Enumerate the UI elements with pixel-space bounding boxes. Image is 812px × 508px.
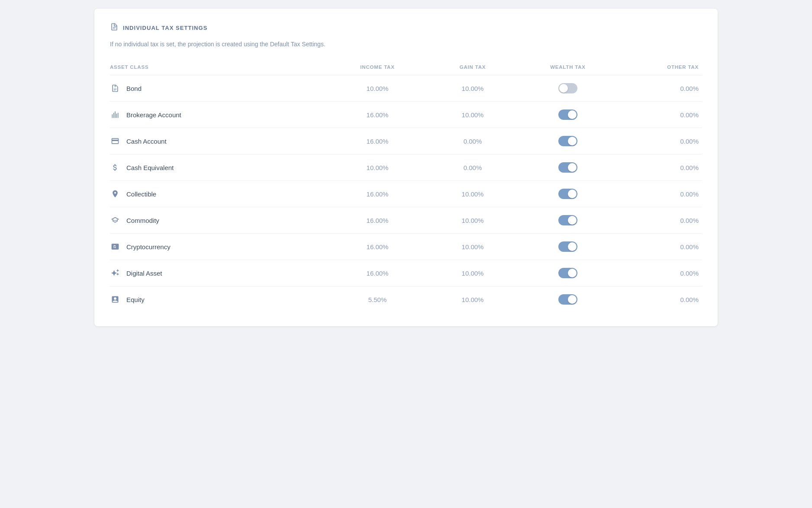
wealth-tax-cell	[520, 294, 615, 305]
income-tax-value: 5.50%	[330, 296, 425, 303]
toggle-slider	[558, 109, 577, 120]
wealth-tax-toggle[interactable]	[558, 109, 577, 120]
asset-icon-crypto	[110, 242, 120, 251]
asset-name: Digital Asset	[126, 270, 162, 277]
asset-name: Collectible	[126, 190, 156, 198]
other-tax-value: 0.00%	[615, 190, 702, 198]
income-tax-value: 16.00%	[330, 138, 425, 145]
table-row: Cryptocurrency 16.00% 10.00% 0.00%	[110, 234, 702, 260]
col-gain-tax: GAIN TAX	[425, 64, 520, 70]
wealth-tax-toggle[interactable]	[558, 136, 577, 146]
toggle-slider	[558, 215, 577, 225]
income-tax-value: 16.00%	[330, 270, 425, 277]
table-row: Cash Equivalent 10.00% 0.00% 0.00%	[110, 154, 702, 181]
wealth-tax-cell	[520, 189, 615, 199]
income-tax-value: 10.00%	[330, 85, 425, 92]
toggle-slider	[558, 241, 577, 252]
toggle-slider	[558, 162, 577, 173]
section-subtitle: If no individual tax is set, the project…	[110, 40, 702, 49]
asset-cell: Cryptocurrency	[110, 242, 330, 251]
wealth-tax-toggle[interactable]	[558, 162, 577, 173]
gain-tax-value: 10.00%	[425, 190, 520, 198]
asset-cell: Commodity	[110, 216, 330, 225]
income-tax-value: 16.00%	[330, 111, 425, 119]
wealth-tax-toggle[interactable]	[558, 294, 577, 305]
asset-icon-cash-equiv	[110, 163, 120, 172]
asset-cell: Digital Asset	[110, 269, 330, 277]
asset-name: Brokerage Account	[126, 111, 181, 119]
other-tax-value: 0.00%	[615, 138, 702, 145]
asset-name: Equity	[126, 296, 145, 303]
asset-cell: Cash Equivalent	[110, 163, 330, 172]
other-tax-value: 0.00%	[615, 243, 702, 251]
section-title: INDIVIDUAL TAX SETTINGS	[123, 25, 207, 31]
income-tax-value: 16.00%	[330, 217, 425, 224]
wealth-tax-toggle[interactable]	[558, 189, 577, 199]
wealth-tax-cell	[520, 268, 615, 278]
wealth-tax-toggle[interactable]	[558, 268, 577, 278]
income-tax-value: 16.00%	[330, 190, 425, 198]
wealth-tax-toggle[interactable]	[558, 83, 577, 93]
table-body: Bond 10.00% 10.00% 0.00% Brokerage Accou…	[110, 75, 702, 312]
wealth-tax-toggle[interactable]	[558, 215, 577, 225]
asset-icon-cash	[110, 137, 120, 145]
col-wealth-tax: WEALTH TAX	[520, 64, 615, 70]
table-row: Bond 10.00% 10.00% 0.00%	[110, 75, 702, 102]
asset-name: Cash Account	[126, 138, 167, 145]
asset-cell: Collectible	[110, 190, 330, 198]
main-container: INDIVIDUAL TAX SETTINGS If no individual…	[94, 9, 718, 326]
other-tax-value: 0.00%	[615, 111, 702, 119]
other-tax-value: 0.00%	[615, 270, 702, 277]
tax-table: ASSET CLASS INCOME TAX GAIN TAX WEALTH T…	[110, 61, 702, 312]
other-tax-value: 0.00%	[615, 296, 702, 303]
col-asset-class: ASSET CLASS	[110, 64, 330, 70]
gain-tax-value: 10.00%	[425, 296, 520, 303]
asset-icon-bond	[110, 84, 120, 93]
table-row: Cash Account 16.00% 0.00% 0.00%	[110, 128, 702, 154]
asset-name: Cryptocurrency	[126, 243, 171, 251]
gain-tax-value: 10.00%	[425, 270, 520, 277]
table-row: Commodity 16.00% 10.00% 0.00%	[110, 207, 702, 234]
gain-tax-value: 10.00%	[425, 217, 520, 224]
wealth-tax-cell	[520, 136, 615, 146]
other-tax-value: 0.00%	[615, 85, 702, 92]
toggle-slider	[558, 83, 577, 93]
table-row: Digital Asset 16.00% 10.00% 0.00%	[110, 260, 702, 286]
asset-icon-collectible	[110, 190, 120, 198]
other-tax-value: 0.00%	[615, 164, 702, 171]
section-header-icon	[110, 23, 119, 33]
toggle-slider	[558, 294, 577, 305]
table-row: Equity 5.50% 10.00% 0.00%	[110, 286, 702, 312]
toggle-slider	[558, 189, 577, 199]
wealth-tax-cell	[520, 162, 615, 173]
asset-cell: Cash Account	[110, 137, 330, 145]
toggle-slider	[558, 268, 577, 278]
col-other-tax: OTHER TAX	[615, 64, 702, 70]
gain-tax-value: 10.00%	[425, 85, 520, 92]
toggle-slider	[558, 136, 577, 146]
asset-name: Cash Equivalent	[126, 164, 174, 171]
wealth-tax-toggle[interactable]	[558, 241, 577, 252]
income-tax-value: 16.00%	[330, 243, 425, 251]
section-header: INDIVIDUAL TAX SETTINGS	[110, 23, 702, 33]
gain-tax-value: 0.00%	[425, 164, 520, 171]
table-row: Collectible 16.00% 10.00% 0.00%	[110, 181, 702, 207]
asset-cell: Equity	[110, 295, 330, 304]
table-row: Brokerage Account 16.00% 10.00% 0.00%	[110, 102, 702, 128]
asset-cell: Brokerage Account	[110, 110, 330, 119]
asset-name: Bond	[126, 85, 142, 92]
asset-icon-commodity	[110, 216, 120, 225]
asset-cell: Bond	[110, 84, 330, 93]
col-income-tax: INCOME TAX	[330, 64, 425, 70]
gain-tax-value: 10.00%	[425, 111, 520, 119]
income-tax-value: 10.00%	[330, 164, 425, 171]
wealth-tax-cell	[520, 241, 615, 252]
table-header: ASSET CLASS INCOME TAX GAIN TAX WEALTH T…	[110, 61, 702, 75]
asset-icon-digital	[110, 269, 120, 277]
asset-icon-brokerage	[110, 110, 120, 119]
wealth-tax-cell	[520, 83, 615, 93]
gain-tax-value: 0.00%	[425, 138, 520, 145]
gain-tax-value: 10.00%	[425, 243, 520, 251]
asset-name: Commodity	[126, 217, 159, 224]
other-tax-value: 0.00%	[615, 217, 702, 224]
